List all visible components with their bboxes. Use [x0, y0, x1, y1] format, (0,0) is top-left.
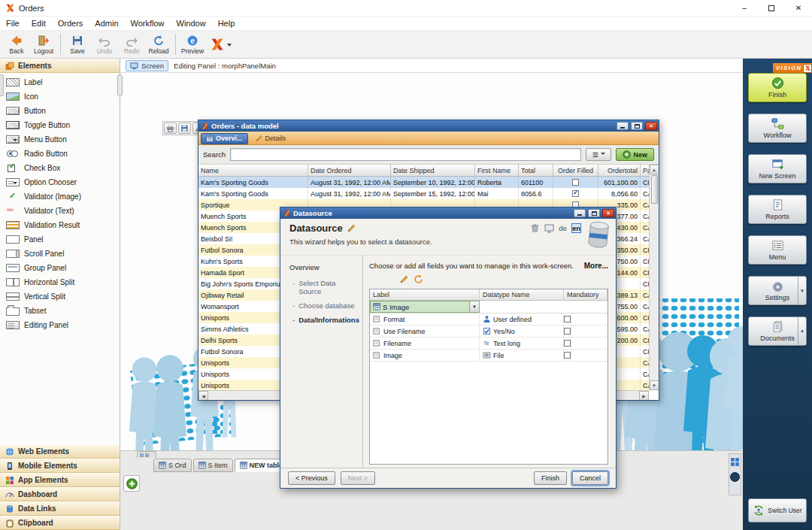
- palette-section-clipboard[interactable]: Clipboard: [0, 516, 120, 530]
- palette-item-group-panel[interactable]: Group Panel: [0, 261, 120, 275]
- column-header-total[interactable]: Total: [519, 165, 553, 176]
- collapsed-tab-stub[interactable]: [137, 451, 156, 458]
- tab-overview[interactable]: Overvi...: [201, 133, 248, 144]
- table-row[interactable]: Kam's Sporting GoodsAugust 31, 1992, 12:…: [198, 188, 649, 199]
- palette-item-check-box[interactable]: Check Box: [0, 161, 120, 175]
- maximize-button[interactable]: [758, 0, 785, 16]
- menu-help[interactable]: Help: [212, 17, 241, 30]
- field-row-image[interactable]: ImageFile: [370, 350, 607, 362]
- next-button[interactable]: Next >: [341, 471, 375, 485]
- chevron-down-icon[interactable]: ▼: [798, 277, 806, 304]
- palette-section-data-links[interactable]: Data Links: [0, 501, 120, 516]
- field-row-format[interactable]: FormatUser defined: [370, 313, 607, 326]
- switch-user-button[interactable]: Switch User: [748, 498, 807, 522]
- undo-button[interactable]: Undo: [91, 32, 118, 58]
- preview-button[interactable]: ePreview: [179, 32, 206, 58]
- palette-item-vertical-split[interactable]: Vertical Split: [0, 289, 120, 304]
- field-combobox[interactable]: S Image ▼: [370, 301, 480, 313]
- design-canvas[interactable]: Orders - data model × Overvi... Details: [120, 73, 743, 450]
- palette-item-icon[interactable]: Icon: [0, 89, 120, 104]
- table-row[interactable]: Kam's Sporting GoodsAugust 31, 1992, 12:…: [198, 177, 649, 188]
- order-filled-checkbox[interactable]: [572, 179, 579, 186]
- save-small-button[interactable]: [178, 123, 191, 134]
- new-screen-button[interactable]: New Screen: [748, 154, 807, 183]
- bottom-tab-s-item[interactable]: S Item: [193, 459, 233, 472]
- finish-button[interactable]: Finish: [534, 471, 567, 485]
- column-header-ordertotal[interactable]: Ordertotal: [598, 165, 641, 176]
- menu-admin[interactable]: Admin: [89, 17, 124, 30]
- menu-file[interactable]: File: [0, 17, 26, 30]
- window-maximize-button[interactable]: [631, 122, 643, 130]
- add-field-button[interactable]: [371, 274, 380, 284]
- refresh-fields-button[interactable]: [414, 274, 423, 284]
- palette-header[interactable]: Elements: [0, 59, 120, 73]
- mandatory-checkbox[interactable]: [564, 316, 571, 323]
- palette-section-web-elements[interactable]: Web Elements: [0, 444, 120, 459]
- logout-button[interactable]: Logout: [30, 32, 57, 58]
- vertical-scrollbar[interactable]: ▲ ▼: [649, 165, 659, 390]
- print-button[interactable]: [164, 123, 177, 134]
- breadcrumb-screen-chip[interactable]: Screen: [126, 60, 168, 71]
- collapse-handle-left[interactable]: [0, 74, 4, 96]
- mandatory-checkbox[interactable]: [564, 328, 571, 335]
- edit-pencil-icon[interactable]: [347, 223, 356, 233]
- wizard-step-overview[interactable]: Overview: [289, 263, 359, 271]
- wizard-step-choose-database[interactable]: -Choose database: [292, 301, 359, 310]
- search-input[interactable]: [230, 148, 581, 161]
- column-header-date-ordered[interactable]: Date Ordered: [308, 165, 391, 176]
- scroll-down-icon[interactable]: ▼: [650, 380, 659, 390]
- palette-item-scroll-panel[interactable]: Scroll Panel: [0, 247, 120, 261]
- palette-item-option-chooser[interactable]: Option Chooser: [0, 175, 120, 189]
- scroll-right-icon[interactable]: ▶: [639, 391, 649, 401]
- fields-column-mandatory[interactable]: Mandatory: [564, 289, 607, 300]
- redo-button[interactable]: Redo: [118, 32, 145, 58]
- mandatory-checkbox[interactable]: [564, 340, 571, 347]
- datasource-titlebar[interactable]: Datasource ×: [280, 207, 616, 219]
- chevron-down-icon[interactable]: ▼: [798, 317, 806, 345]
- tab-details[interactable]: Details: [251, 133, 291, 144]
- palette-section-mobile-elements[interactable]: Mobile Elements: [0, 459, 120, 473]
- palette-item-validator-text[interactable]: Validator (Text): [0, 204, 120, 218]
- palette-item-horizontal-split[interactable]: Horizontal Split: [0, 275, 120, 289]
- field-row-s-image[interactable]: S Image ▼: [370, 301, 607, 313]
- scroll-up-icon[interactable]: ▲: [650, 165, 659, 174]
- finish-button[interactable]: Finish: [748, 73, 807, 102]
- visionx-menu-button[interactable]: [206, 32, 235, 58]
- wizard-step-data-informations[interactable]: -Data/Informations: [292, 316, 359, 324]
- grid-view-button[interactable]: [730, 457, 740, 467]
- more-link[interactable]: More...: [584, 262, 608, 270]
- back-button[interactable]: Back: [3, 32, 30, 58]
- new-record-button[interactable]: New: [616, 148, 654, 161]
- palette-item-validator-image[interactable]: Validator (Image): [0, 189, 120, 204]
- column-header-name[interactable]: Name: [198, 165, 308, 176]
- collapse-circle-button[interactable]: [730, 472, 740, 482]
- reload-button[interactable]: Reload: [145, 32, 172, 58]
- fields-column-label[interactable]: Label: [370, 289, 480, 300]
- language-en-button[interactable]: en: [571, 223, 581, 233]
- close-button[interactable]: ✕: [785, 0, 812, 16]
- mandatory-checkbox[interactable]: [564, 352, 571, 359]
- column-header-first-name[interactable]: First Name: [475, 165, 519, 176]
- menu-window[interactable]: Window: [171, 17, 212, 30]
- field-row-use-filename[interactable]: Use FilenameYes/No: [370, 326, 607, 338]
- minimize-button[interactable]: –: [731, 0, 758, 16]
- reports-button[interactable]: Reports: [748, 195, 807, 224]
- palette-item-menu-button[interactable]: Menu Button: [0, 132, 120, 147]
- splitter-handle[interactable]: [117, 74, 123, 96]
- menu-workflow[interactable]: Workflow: [125, 17, 171, 30]
- window-close-button[interactable]: ×: [645, 122, 657, 130]
- language-de-button[interactable]: de: [559, 224, 567, 232]
- scroll-left-icon[interactable]: ◀: [198, 391, 208, 401]
- dialog-close-button[interactable]: ×: [602, 209, 614, 217]
- workflow-button[interactable]: Workflow: [748, 114, 807, 143]
- add-table-button[interactable]: [123, 475, 140, 492]
- palette-item-panel[interactable]: Panel: [0, 232, 120, 247]
- dialog-minimize-button[interactable]: [574, 209, 586, 217]
- settings-button[interactable]: Settings▼: [748, 276, 807, 305]
- fields-column-datatype-name[interactable]: Datatype Name: [480, 289, 564, 300]
- palette-item-label[interactable]: Label: [0, 75, 120, 89]
- data-model-titlebar[interactable]: Orders - data model ×: [198, 120, 659, 132]
- remove-field-button[interactable]: [385, 274, 395, 284]
- palette-item-validation-result[interactable]: Validation Result: [0, 218, 120, 232]
- menu-orders[interactable]: Orders: [52, 17, 89, 30]
